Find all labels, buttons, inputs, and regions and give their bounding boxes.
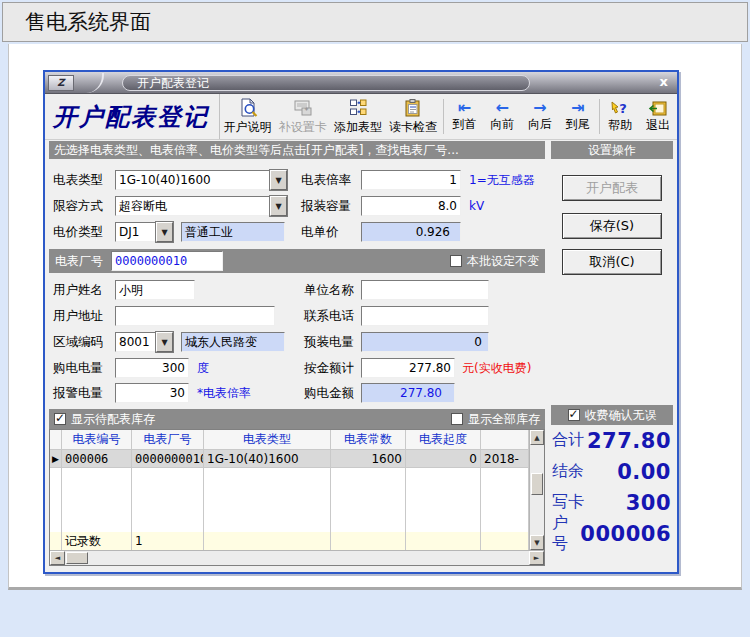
- toolbar-button-label: 补设置卡: [279, 119, 327, 136]
- meter-ratio-hint: 1=无互感器: [469, 172, 535, 189]
- balance-row: 结余 0.00: [551, 456, 673, 487]
- scroll-left-icon[interactable]: ◄: [50, 551, 65, 565]
- dialog-titlebar[interactable]: Z 开户配表登记 x: [45, 72, 677, 94]
- cell-factory-no: 0000000010: [132, 450, 204, 468]
- meter-type-combo[interactable]: 1G-10(40)1600 ▼: [115, 170, 287, 190]
- help-button[interactable]: ? 帮助: [602, 94, 640, 139]
- go-first-button[interactable]: ⇤ 到首: [446, 94, 484, 139]
- purchase-amount-value: 277.80: [361, 383, 455, 403]
- exit-icon: [648, 100, 668, 117]
- table-horizontal-scrollbar[interactable]: ◄ ►: [50, 550, 544, 565]
- cell-meter-no: 000006: [62, 450, 132, 468]
- account-no-row: 户号 000006: [551, 518, 673, 549]
- open-account-assign-button[interactable]: 开户配表: [562, 175, 662, 201]
- limit-mode-combo[interactable]: 超容断电 ▼: [115, 196, 287, 216]
- scroll-up-icon[interactable]: ▲: [530, 430, 544, 445]
- scrollbar-thumb[interactable]: [531, 473, 543, 495]
- fee-confirm-bar: 收费确认无误: [551, 405, 673, 425]
- user-name-label: 用户姓名: [53, 282, 103, 299]
- nav-button-label: 向后: [528, 116, 552, 133]
- read-card-check-button[interactable]: 读卡检查: [385, 94, 440, 139]
- toolbar-separator: [443, 99, 444, 134]
- purchase-qty-unit: 度: [197, 359, 209, 376]
- price-type-name: 普通工业: [181, 222, 285, 242]
- chevron-down-icon[interactable]: ▼: [270, 170, 287, 190]
- purchase-qty-row: 购电电量 度 按金额计 元(实收电费): [49, 355, 545, 380]
- capacity-input[interactable]: [361, 196, 461, 216]
- nav-button-label: 到尾: [566, 116, 590, 133]
- balance-label: 结余: [552, 461, 584, 482]
- supplement-card-button[interactable]: * 补设置卡: [275, 94, 330, 139]
- dialog-title: 开户配表登记: [122, 75, 530, 91]
- header-gutter: [50, 430, 62, 450]
- table-footer-row: 记录数 1: [50, 532, 529, 550]
- exit-button[interactable]: 退出: [639, 94, 677, 139]
- toolbar-button-label: 读卡检查: [389, 119, 437, 136]
- alarm-qty-input[interactable]: [115, 383, 189, 403]
- scroll-right-icon[interactable]: ►: [529, 551, 544, 565]
- table-vertical-scrollbar[interactable]: ▲ ▼: [529, 430, 544, 550]
- cell-date: 2018-: [481, 450, 529, 468]
- by-amount-label: 按金额计: [304, 359, 354, 376]
- go-previous-button[interactable]: ← 向前: [483, 94, 521, 139]
- col-header[interactable]: 电表常数: [331, 430, 406, 450]
- org-name-input[interactable]: [361, 280, 489, 300]
- by-amount-input[interactable]: [361, 358, 455, 378]
- go-last-button[interactable]: ⇥ 到尾: [559, 94, 597, 139]
- save-button[interactable]: 保存(S): [562, 213, 662, 239]
- titlebar-swoosh-decoration: [78, 73, 104, 93]
- show-all-checkbox[interactable]: [451, 413, 463, 425]
- factory-number-input[interactable]: [111, 251, 223, 271]
- show-pending-label: 显示待配表库存: [71, 411, 155, 428]
- table-row[interactable]: ▶ 000006 0000000010 1G-10(40)1600 1600 0…: [50, 450, 529, 468]
- factory-number-label: 电表厂号: [55, 253, 103, 270]
- content-card: Z 开户配表登记 x 开户配表登记 开户说明: [8, 44, 742, 590]
- fee-confirm-checkbox[interactable]: [568, 409, 580, 421]
- user-address-input[interactable]: [115, 306, 275, 326]
- help-icon: ?: [610, 100, 630, 117]
- col-header[interactable]: 电表编号: [62, 430, 132, 450]
- show-all-label: 显示全部库存: [468, 411, 540, 428]
- close-icon[interactable]: x: [660, 74, 668, 89]
- org-name-label: 单位名称: [304, 282, 354, 299]
- meter-type-row: 电表类型 1G-10(40)1600 ▼ 电表倍率 1=无互感器: [49, 167, 545, 193]
- go-next-button[interactable]: → 向后: [521, 94, 559, 139]
- limit-mode-label: 限容方式: [53, 198, 103, 215]
- limit-mode-value: 超容断电: [115, 196, 270, 216]
- alarm-qty-row: 报警电量 *电表倍率 购电金额 277.80: [49, 380, 545, 405]
- ops-panel-title: 设置操作: [551, 141, 673, 159]
- table-header-row: 电表编号 电表厂号 电表类型 电表常数 电表起度: [50, 430, 529, 450]
- svg-text:*: *: [304, 107, 308, 116]
- preload-value: 0: [361, 332, 489, 352]
- col-header[interactable]: 电表起度: [406, 430, 481, 450]
- toolbar: 开户配表登记 开户说明: [45, 94, 677, 140]
- inventory-table: 电表编号 电表厂号 电表类型 电表常数 电表起度 ▶ 000006: [49, 429, 545, 566]
- go-previous-icon: ←: [495, 100, 508, 116]
- alarm-qty-hint: *电表倍率: [197, 384, 251, 401]
- open-account-info-button[interactable]: 开户说明: [220, 94, 275, 139]
- col-header[interactable]: 电表厂号: [132, 430, 204, 450]
- user-name-input[interactable]: [115, 280, 195, 300]
- cancel-button[interactable]: 取消(C): [562, 249, 662, 275]
- add-meter-type-button[interactable]: 添加表型: [330, 94, 385, 139]
- col-header[interactable]: [481, 430, 529, 450]
- chevron-down-icon[interactable]: ▼: [156, 332, 173, 352]
- scroll-down-icon[interactable]: ▼: [530, 535, 544, 550]
- chevron-down-icon[interactable]: ▼: [156, 222, 173, 242]
- area-code-combo[interactable]: 8001 ▼: [115, 332, 173, 352]
- price-type-combo[interactable]: DJ1 ▼: [115, 222, 173, 242]
- col-header[interactable]: 电表类型: [204, 430, 331, 450]
- show-pending-checkbox[interactable]: [54, 413, 66, 425]
- row-selector-icon: ▶: [50, 450, 62, 468]
- batch-fixed-checkbox[interactable]: [450, 255, 462, 267]
- factory-number-bar: 电表厂号 本批设定不变: [49, 249, 545, 273]
- meter-ratio-label: 电表倍率: [301, 172, 351, 189]
- chevron-down-icon[interactable]: ▼: [270, 196, 287, 216]
- purchase-qty-input[interactable]: [115, 358, 189, 378]
- scrollbar-thumb[interactable]: [66, 552, 88, 564]
- fee-confirm-label: 收费确认无误: [585, 407, 657, 424]
- phone-input[interactable]: [361, 306, 489, 326]
- meter-type-label: 电表类型: [53, 172, 103, 189]
- meter-registration-dialog: Z 开户配表登记 x 开户配表登记 开户说明: [43, 70, 679, 574]
- meter-ratio-input[interactable]: [361, 170, 461, 190]
